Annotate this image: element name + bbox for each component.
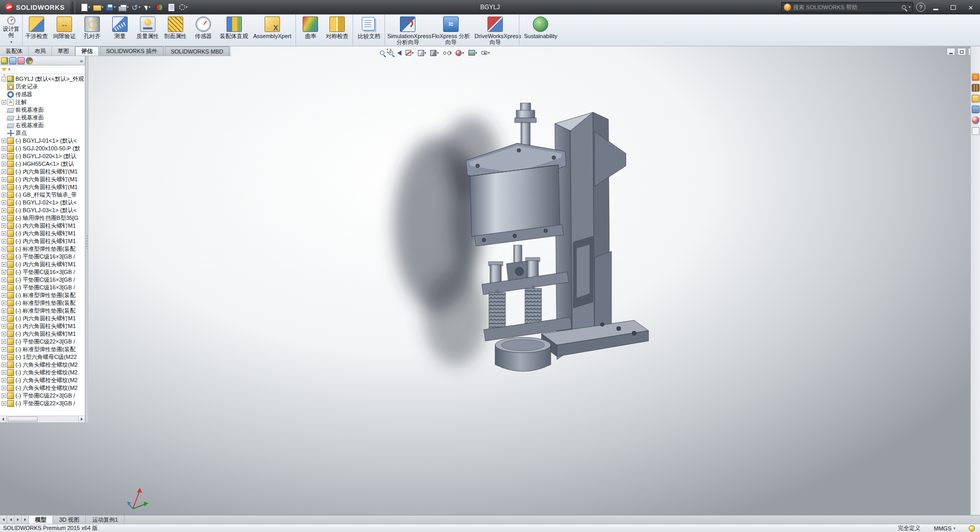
tab-layout[interactable]: 布局 xyxy=(29,46,52,56)
tree-item-rod-end-bearing[interactable]: (-) GB_杆端关节轴承_带 xyxy=(1,191,85,199)
view-settings-button[interactable] xyxy=(480,48,492,58)
zoom-to-fit-button[interactable] xyxy=(378,48,386,58)
graphics-viewport[interactable] xyxy=(0,46,980,515)
panel-overflow-chevron-icon[interactable] xyxy=(80,58,84,64)
search-input[interactable] xyxy=(793,4,900,10)
scrollbar-thumb[interactable] xyxy=(8,417,38,422)
tree-item-socket-screw-7[interactable]: (-) 内六角圆柱头螺钉M1 xyxy=(1,261,85,268)
tree-item-top-plane[interactable]: 上视基准面 xyxy=(1,114,85,122)
solidworks-resources-icon[interactable] xyxy=(972,73,979,81)
tree-item-flat-washer-22-3[interactable]: (-) 平垫圈C级22×3[GB / xyxy=(1,400,85,407)
tree-item-socket-screw-8[interactable]: (-) 内六角圆柱头螺钉M1 xyxy=(1,315,85,322)
tree-item-sensors[interactable]: 传感器 xyxy=(1,91,85,98)
zoom-to-area-button[interactable] xyxy=(387,48,395,58)
expand-toggle-icon[interactable] xyxy=(2,231,6,236)
tree-item-flat-washer-16-2[interactable]: (-) 平垫圈C级16×3[GB / xyxy=(1,268,85,276)
expand-toggle-icon[interactable] xyxy=(2,355,6,359)
tree-item-bgylj-02[interactable]: (-) BGYLJ-02<1> (默认< xyxy=(1,199,85,207)
expand-toggle-icon[interactable] xyxy=(2,285,6,290)
view-orientation-button[interactable] xyxy=(416,48,428,58)
design-study-button[interactable]: 设计算例 xyxy=(0,14,23,46)
expand-toggle-icon[interactable] xyxy=(2,378,6,383)
select-button[interactable] xyxy=(142,2,153,13)
measure-button[interactable]: 测量 xyxy=(106,14,134,46)
tree-item-history[interactable]: 历史记录 xyxy=(1,83,85,91)
expand-toggle-icon[interactable] xyxy=(2,308,6,313)
undo-button[interactable] xyxy=(130,2,142,13)
tree-item-spring-washer-1[interactable]: (-) 标准型弹性垫圈(装配 xyxy=(1,245,85,253)
sensor-button[interactable]: 传感器 xyxy=(189,14,217,46)
tree-item-socket-screw-2[interactable]: (-) 内六角圆柱头螺钉(M1 xyxy=(1,176,85,183)
tab-motion-study-1[interactable]: 运动算例1 xyxy=(86,516,125,524)
tree-item-spring-washer-2[interactable]: (-) 标准型弹性垫圈(装配 xyxy=(1,291,85,299)
expand-toggle-icon[interactable] xyxy=(2,100,6,105)
expand-toggle-icon[interactable] xyxy=(2,339,6,344)
help-search-box[interactable] xyxy=(781,2,913,12)
expand-toggle-icon[interactable] xyxy=(2,208,6,213)
expand-toggle-icon[interactable] xyxy=(2,386,6,390)
filter-funnel-icon[interactable] xyxy=(2,68,7,72)
assembly-visualization-button[interactable]: 装配体直观 xyxy=(217,14,251,46)
floxpress-wizard-button[interactable]: FloXpress 分析向导 xyxy=(429,14,473,46)
design-study-caret-icon[interactable] xyxy=(10,39,12,45)
expand-toggle-icon[interactable] xyxy=(2,193,6,197)
edit-appearance-button[interactable] xyxy=(454,48,466,58)
driveworksxpress-wizard-button[interactable]: DriveWorksXpress 向导 xyxy=(473,14,517,46)
configurationmanager-tab-icon[interactable] xyxy=(18,57,25,64)
tree-item-spring-washer-4[interactable]: (-) 标准型弹性垫圈(装配 xyxy=(1,307,85,315)
first-tab-button[interactable] xyxy=(0,516,7,524)
expand-toggle-icon[interactable] xyxy=(2,332,6,336)
search-icon[interactable] xyxy=(902,5,906,9)
tree-item-sgj-200x100-50-p[interactable]: (-) SGJ-200x100-50-P (默 xyxy=(1,145,85,152)
display-style-button[interactable] xyxy=(429,48,441,58)
help-button[interactable] xyxy=(916,3,925,12)
scroll-left-button[interactable] xyxy=(0,416,7,422)
section-view-button[interactable] xyxy=(404,48,415,58)
tree-item-flat-washer-22-2[interactable]: (-) 平垫圈C级22×3[GB / xyxy=(1,392,85,400)
tab-3d-views[interactable]: 3D 视图 xyxy=(53,516,86,524)
curvature-button[interactable]: 曲率 xyxy=(295,14,323,46)
clearance-verification-button[interactable]: 间隙验证 xyxy=(50,14,78,46)
sustainability-button[interactable]: Sustainability xyxy=(519,14,560,46)
open-document-button[interactable] xyxy=(92,2,105,13)
status-sphere-icon[interactable] xyxy=(969,525,975,531)
tab-solidworks-mbd[interactable]: SOLIDWORKS MBD xyxy=(165,46,230,56)
simulationxpress-wizard-button[interactable]: SimulationXpress 分析向导 xyxy=(384,14,429,46)
collapse-toggle[interactable] xyxy=(2,77,6,81)
tree-item-retaining-ring[interactable]: (-) 轴用弹性挡圈B型35[G xyxy=(1,214,85,222)
next-tab-button[interactable] xyxy=(14,516,22,524)
expand-toggle-icon[interactable] xyxy=(2,324,6,329)
tab-assembly[interactable]: 装配体 xyxy=(0,46,29,56)
doc-restore-button[interactable] xyxy=(957,48,966,56)
appearances-scenes-icon[interactable] xyxy=(972,116,979,124)
expand-toggle-icon[interactable] xyxy=(2,162,6,166)
expand-toggle-icon[interactable] xyxy=(2,139,6,143)
tree-item-bgylj-03[interactable]: (-) BGYLJ-03<1> (默认< xyxy=(1,207,85,214)
tree-item-socket-screw-1[interactable]: (-) 内六角圆柱头螺钉(M1 xyxy=(1,168,85,176)
file-properties-button[interactable] xyxy=(166,2,177,13)
filter-caret-icon[interactable] xyxy=(8,67,10,72)
expand-toggle-icon[interactable] xyxy=(2,401,6,406)
expand-toggle-icon[interactable] xyxy=(2,347,6,352)
assemblyxpert-button[interactable]: AssemblyXpert xyxy=(251,14,294,46)
print-button[interactable] xyxy=(117,2,130,13)
expand-toggle-icon[interactable] xyxy=(2,146,6,151)
tree-item-bgylj-020[interactable]: (-) BGYLJ-020<1> (默认 xyxy=(1,152,85,160)
tree-item-hex-bolt-3[interactable]: (-) 六角头螺栓全螺纹(M2 xyxy=(1,376,85,384)
assembly-3d-model[interactable] xyxy=(360,88,659,464)
rebuild-button[interactable] xyxy=(154,2,165,13)
expand-toggle-icon[interactable] xyxy=(2,239,6,244)
tree-item-bgylj-01[interactable]: (-) BGYLJ-01<1> (默认< xyxy=(1,137,85,145)
expand-toggle-icon[interactable] xyxy=(2,216,6,220)
expand-toggle-icon[interactable] xyxy=(2,169,6,174)
expand-toggle-icon[interactable] xyxy=(2,270,6,274)
expand-toggle-icon[interactable] xyxy=(2,185,6,190)
expand-toggle-icon[interactable] xyxy=(2,363,6,367)
expand-toggle-icon[interactable] xyxy=(2,224,6,228)
propertymanager-tab-icon[interactable] xyxy=(9,57,16,64)
search-scope-caret-icon[interactable] xyxy=(908,5,911,9)
displaymanager-tab-icon[interactable] xyxy=(26,57,33,64)
doc-minimize-button[interactable] xyxy=(947,48,955,56)
previous-view-button[interactable] xyxy=(396,48,403,58)
expand-toggle-icon[interactable] xyxy=(2,393,6,398)
